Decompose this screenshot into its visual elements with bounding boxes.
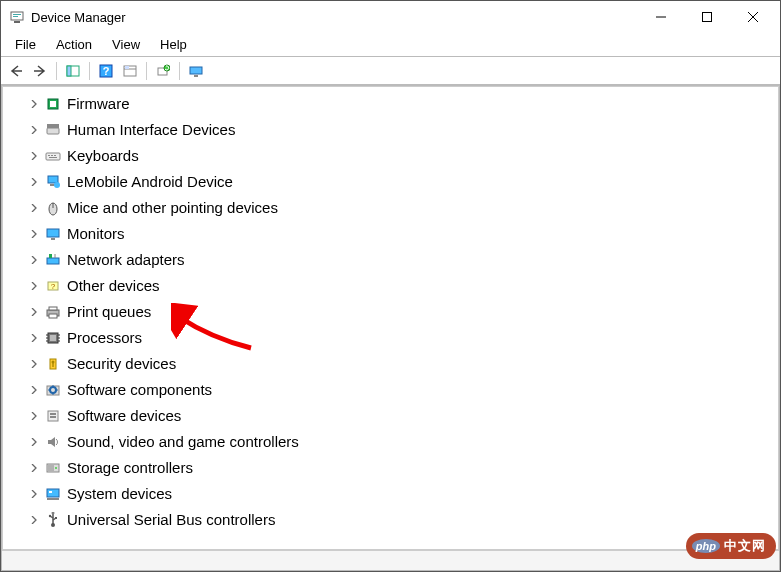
help-button[interactable]: ?: [95, 60, 117, 82]
tree-item-hid[interactable]: Human Interface Devices: [9, 117, 778, 143]
tree-item-label: Firmware: [67, 91, 130, 117]
android-icon: [45, 174, 61, 190]
svg-rect-42: [49, 314, 57, 318]
minimize-button[interactable]: [638, 1, 684, 33]
svg-point-60: [55, 467, 57, 469]
chevron-right-icon[interactable]: [27, 409, 41, 423]
chevron-right-icon[interactable]: [27, 227, 41, 241]
svg-rect-61: [47, 489, 59, 497]
chevron-right-icon[interactable]: [27, 253, 41, 267]
chevron-right-icon[interactable]: [27, 97, 41, 111]
svg-rect-62: [47, 498, 59, 500]
titlebar: Device Manager: [1, 1, 780, 33]
devices-by-connection-button[interactable]: [185, 60, 207, 82]
tree-item-keyboard[interactable]: Keyboards: [9, 143, 778, 169]
tree-item-label: Monitors: [67, 221, 125, 247]
svg-rect-36: [49, 254, 52, 258]
tree-item-label: Software components: [67, 377, 212, 403]
chevron-right-icon[interactable]: [27, 487, 41, 501]
tree-item-monitor[interactable]: Monitors: [9, 221, 778, 247]
watermark-logo: php: [692, 539, 720, 553]
menu-action[interactable]: Action: [46, 35, 102, 54]
processor-icon: [45, 330, 61, 346]
app-icon: [9, 9, 25, 25]
svg-rect-63: [49, 491, 52, 493]
content-frame: FirmwareHuman Interface DevicesKeyboards…: [1, 85, 780, 571]
chevron-right-icon[interactable]: [27, 175, 41, 189]
toolbar-separator: [56, 62, 57, 80]
svg-rect-41: [49, 307, 57, 310]
statusbar: [2, 550, 779, 570]
tree-item-mouse[interactable]: Mice and other pointing devices: [9, 195, 778, 221]
chevron-right-icon[interactable]: [27, 123, 41, 137]
storage-icon: [45, 460, 61, 476]
svg-rect-58: [50, 416, 56, 418]
tree-item-storage[interactable]: Storage controllers: [9, 455, 778, 481]
menubar: File Action View Help: [1, 33, 780, 57]
chevron-right-icon[interactable]: [27, 331, 41, 345]
chevron-right-icon[interactable]: [27, 357, 41, 371]
tree-item-label: Other devices: [67, 273, 160, 299]
back-button[interactable]: [5, 60, 27, 82]
tree-item-label: Keyboards: [67, 143, 139, 169]
tree-item-sound[interactable]: Sound, video and game controllers: [9, 429, 778, 455]
tree-item-label: LeMobile Android Device: [67, 169, 233, 195]
svg-rect-26: [54, 155, 56, 156]
svg-rect-23: [46, 153, 60, 160]
chevron-right-icon[interactable]: [27, 435, 41, 449]
menu-file[interactable]: File: [5, 35, 46, 54]
tree-item-network[interactable]: Network adapters: [9, 247, 778, 273]
maximize-button[interactable]: [684, 1, 730, 33]
window-title: Device Manager: [31, 10, 126, 25]
chevron-right-icon[interactable]: [27, 201, 41, 215]
toolbar-separator: [146, 62, 147, 80]
device-tree[interactable]: FirmwareHuman Interface DevicesKeyboards…: [2, 86, 779, 550]
tree-item-processor[interactable]: Processors: [9, 325, 778, 351]
svg-text:?: ?: [103, 65, 110, 77]
svg-text:?: ?: [51, 282, 56, 291]
tree-item-security[interactable]: Security devices: [9, 351, 778, 377]
watermark: php 中文网: [686, 533, 776, 559]
chevron-right-icon[interactable]: [27, 513, 41, 527]
svg-rect-21: [47, 128, 59, 134]
svg-rect-9: [67, 66, 71, 76]
svg-rect-17: [190, 67, 202, 74]
tree-item-system[interactable]: System devices: [9, 481, 778, 507]
tree-item-software-dev[interactable]: Software devices: [9, 403, 778, 429]
forward-button[interactable]: [29, 60, 51, 82]
tree-item-usb[interactable]: Universal Serial Bus controllers: [9, 507, 778, 533]
scan-hardware-button[interactable]: [152, 60, 174, 82]
tree-item-android[interactable]: LeMobile Android Device: [9, 169, 778, 195]
toolbar: ?: [1, 57, 780, 85]
tree-item-software-comp[interactable]: Software components: [9, 377, 778, 403]
tree-item-label: Security devices: [67, 351, 176, 377]
software-comp-icon: [45, 382, 61, 398]
toolbar-separator: [179, 62, 180, 80]
firmware-icon: [45, 96, 61, 112]
tree-item-label: Storage controllers: [67, 455, 193, 481]
properties-button[interactable]: [119, 60, 141, 82]
tree-item-printer[interactable]: Print queues: [9, 299, 778, 325]
chevron-right-icon[interactable]: [27, 383, 41, 397]
chevron-right-icon[interactable]: [27, 305, 41, 319]
menu-help[interactable]: Help: [150, 35, 197, 54]
svg-rect-53: [52, 363, 53, 367]
tree-item-label: Print queues: [67, 299, 151, 325]
svg-point-66: [49, 515, 51, 517]
menu-view[interactable]: View: [102, 35, 150, 54]
chevron-right-icon[interactable]: [27, 461, 41, 475]
svg-rect-1: [14, 21, 20, 23]
tree-item-other[interactable]: ?Other devices: [9, 273, 778, 299]
chevron-right-icon[interactable]: [27, 149, 41, 163]
svg-rect-2: [13, 14, 21, 15]
tree-item-firmware[interactable]: Firmware: [9, 91, 778, 117]
svg-rect-22: [47, 124, 59, 128]
svg-rect-35: [47, 258, 59, 264]
svg-rect-24: [48, 155, 50, 156]
printer-icon: [45, 304, 61, 320]
close-button[interactable]: [730, 1, 776, 33]
svg-rect-14: [125, 66, 129, 69]
chevron-right-icon[interactable]: [27, 279, 41, 293]
sound-icon: [45, 434, 61, 450]
show-hide-tree-button[interactable]: [62, 60, 84, 82]
